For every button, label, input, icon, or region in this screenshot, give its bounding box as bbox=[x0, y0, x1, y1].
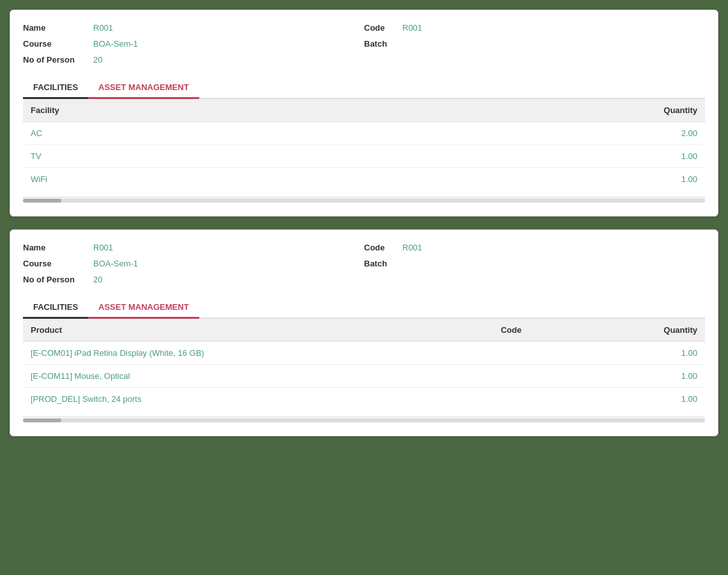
col-quantity-1: Quantity bbox=[345, 99, 705, 122]
info-left-2: Name R001 Course BOA-Sem-1 No of Person … bbox=[23, 243, 364, 284]
batch-row-2: Batch bbox=[364, 259, 705, 268]
code-label-1: Code bbox=[364, 23, 402, 33]
batch-label-1: Batch bbox=[364, 39, 402, 49]
facilities-table: Facility Quantity AC 2.00 TV 1.00 WiFi 1… bbox=[23, 99, 705, 190]
info-right-1: Code R001 Batch bbox=[364, 23, 705, 65]
col-quantity-2: Quantity bbox=[583, 319, 705, 342]
facility-cell: TV bbox=[23, 145, 345, 168]
quantity-cell: 1.00 bbox=[583, 342, 705, 365]
batch-label-2: Batch bbox=[364, 259, 402, 268]
product-cell: [E-COM11] Mouse, Optical bbox=[23, 365, 493, 388]
quantity-cell: 2.00 bbox=[345, 122, 705, 145]
product-cell: [PROD_DEL] Switch, 24 ports bbox=[23, 388, 493, 411]
info-right-2: Code R001 Batch bbox=[364, 243, 705, 284]
scrollbar-1[interactable] bbox=[23, 197, 705, 203]
name-label-2: Name bbox=[23, 243, 93, 252]
col-product: Product bbox=[23, 319, 493, 342]
name-row-1: Name R001 bbox=[23, 23, 364, 33]
nop-row-1: No of Person 20 bbox=[23, 55, 364, 65]
name-row-2: Name R001 bbox=[23, 243, 364, 252]
course-label-2: Course bbox=[23, 259, 93, 268]
asset-table-header-row: Product Code Quantity bbox=[23, 319, 705, 342]
code-cell bbox=[493, 388, 583, 411]
code-label-2: Code bbox=[364, 243, 402, 252]
code-row-1: Code R001 bbox=[364, 23, 705, 33]
col-code: Code bbox=[493, 319, 583, 342]
table-row: [E-COM01] iPad Retina Display (White, 16… bbox=[23, 342, 705, 365]
asset-table-wrapper: Product Code Quantity [E-COM01] iPad Ret… bbox=[23, 319, 705, 423]
facility-cell: AC bbox=[23, 122, 345, 145]
table-row: AC 2.00 bbox=[23, 122, 705, 145]
table-row: [PROD_DEL] Switch, 24 ports 1.00 bbox=[23, 388, 705, 411]
scrollbar-2[interactable] bbox=[23, 417, 705, 423]
info-section-2: Name R001 Course BOA-Sem-1 No of Person … bbox=[23, 243, 705, 284]
course-label-1: Course bbox=[23, 39, 93, 49]
name-label-1: Name bbox=[23, 23, 93, 33]
facility-cell: WiFi bbox=[23, 168, 345, 191]
name-value-1: R001 bbox=[93, 23, 113, 33]
nop-value-2: 20 bbox=[93, 275, 102, 284]
code-cell bbox=[493, 365, 583, 388]
quantity-cell: 1.00 bbox=[345, 145, 705, 168]
quantity-cell: 1.00 bbox=[345, 168, 705, 191]
nop-row-2: No of Person 20 bbox=[23, 275, 364, 284]
name-value-2: R001 bbox=[93, 243, 113, 252]
facilities-table-wrapper: Facility Quantity AC 2.00 TV 1.00 WiFi 1… bbox=[23, 99, 705, 203]
asset-table: Product Code Quantity [E-COM01] iPad Ret… bbox=[23, 319, 705, 410]
nop-value-1: 20 bbox=[93, 55, 102, 65]
course-row-2: Course BOA-Sem-1 bbox=[23, 259, 364, 268]
nop-label-1: No of Person bbox=[23, 55, 93, 65]
info-left-1: Name R001 Course BOA-Sem-1 No of Person … bbox=[23, 23, 364, 65]
nop-label-2: No of Person bbox=[23, 275, 93, 284]
tab-asset-management-2[interactable]: ASSET MANAGEMENT bbox=[88, 297, 199, 319]
tab-facilities-2[interactable]: FACILITIES bbox=[23, 297, 88, 319]
table-header-row-1: Facility Quantity bbox=[23, 99, 705, 122]
tab-facilities-1[interactable]: FACILITIES bbox=[23, 77, 88, 99]
card-1: Name R001 Course BOA-Sem-1 No of Person … bbox=[10, 10, 718, 217]
quantity-cell: 1.00 bbox=[583, 388, 705, 411]
quantity-cell: 1.00 bbox=[583, 365, 705, 388]
course-row-1: Course BOA-Sem-1 bbox=[23, 39, 364, 49]
code-row-2: Code R001 bbox=[364, 243, 705, 252]
table-row: TV 1.00 bbox=[23, 145, 705, 168]
code-value-2: R001 bbox=[402, 243, 422, 252]
table-row: [E-COM11] Mouse, Optical 1.00 bbox=[23, 365, 705, 388]
table-row: WiFi 1.00 bbox=[23, 168, 705, 191]
tab-bar-1: FACILITIES ASSET MANAGEMENT bbox=[23, 77, 705, 99]
code-cell bbox=[493, 342, 583, 365]
tab-bar-2: FACILITIES ASSET MANAGEMENT bbox=[23, 297, 705, 319]
batch-row-1: Batch bbox=[364, 39, 705, 49]
tab-asset-management-1[interactable]: ASSET MANAGEMENT bbox=[88, 77, 199, 99]
code-value-1: R001 bbox=[402, 23, 422, 33]
product-cell: [E-COM01] iPad Retina Display (White, 16… bbox=[23, 342, 493, 365]
course-value-2: BOA-Sem-1 bbox=[93, 259, 138, 268]
col-facility: Facility bbox=[23, 99, 345, 122]
info-section-1: Name R001 Course BOA-Sem-1 No of Person … bbox=[23, 23, 705, 65]
course-value-1: BOA-Sem-1 bbox=[93, 39, 138, 49]
card-2: Name R001 Course BOA-Sem-1 No of Person … bbox=[10, 229, 718, 436]
